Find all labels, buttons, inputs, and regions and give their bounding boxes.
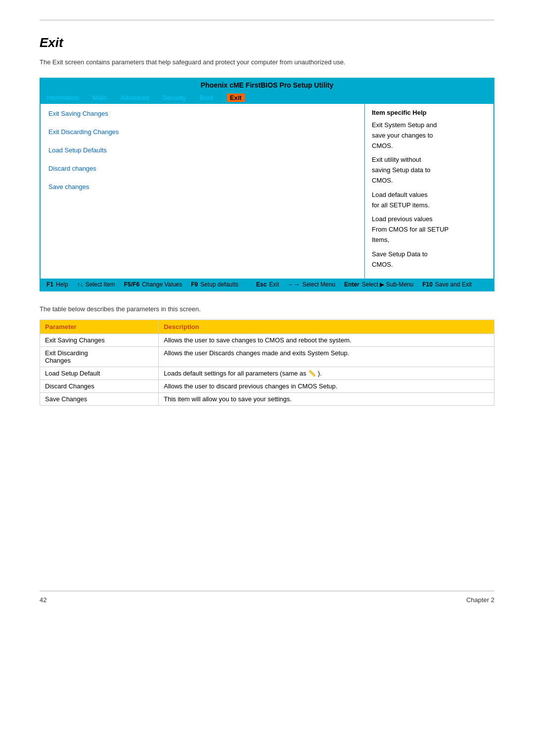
bios-utility-box: Phoenix cME FirstBIOS Pro Setup Utility …: [40, 78, 494, 291]
bios-footer: F1 Help ↑↓ Select Item F5/F6 Change Valu…: [41, 279, 493, 290]
key-esc: Esc: [256, 281, 267, 288]
bios-menu-list: Exit Saving Changes Exit Discarding Chan…: [41, 104, 365, 279]
desc-select-menu: Select Menu: [302, 281, 335, 288]
help-exit-saving: Exit System Setup and save your changes …: [372, 120, 487, 151]
key-f1: F1: [46, 281, 53, 288]
footer-esc: Esc Exit: [256, 281, 279, 288]
page-title: Exit: [40, 35, 494, 50]
bios-title: Phoenix cME FirstBIOS Pro Setup Utility: [41, 79, 493, 92]
menu-item-load-defaults[interactable]: Load Setup Defaults: [48, 146, 356, 154]
nav-boot[interactable]: Boot: [200, 94, 213, 101]
help-save-changes: Save Setup Data to CMOS.: [372, 249, 487, 270]
page-number: 42: [40, 596, 46, 604]
table-row: Exit Saving Changes Allows the user to s…: [40, 334, 494, 347]
key-lr-arrows: ←→: [288, 281, 300, 288]
key-f5f6: F5/F6: [124, 281, 139, 288]
param-discard-changes: Discard Changes: [40, 380, 159, 393]
param-exit-saving: Exit Saving Changes: [40, 334, 159, 347]
nav-advanced[interactable]: Advanced: [120, 94, 149, 101]
bios-nav-bar: Information Main Advanced Security Boot …: [41, 92, 493, 104]
help-load-defaults: Load default values for all SETUP items.: [372, 190, 487, 211]
parameter-table: Parameter Description Exit Saving Change…: [40, 320, 494, 406]
footer-f9: F9 Setup defaults: [191, 281, 238, 288]
desc-exit-discarding: Allows the user Discards changes made an…: [159, 347, 494, 367]
desc-exit: Exit: [269, 281, 279, 288]
table-row: Exit DiscardingChanges Allows the user D…: [40, 347, 494, 367]
param-exit-discarding: Exit DiscardingChanges: [40, 347, 159, 367]
menu-item-save-changes[interactable]: Save changes: [48, 183, 356, 190]
col-header-parameter: Parameter: [40, 320, 159, 334]
key-f9: F9: [191, 281, 198, 288]
desc-save-exit: Save and Exit: [435, 281, 472, 288]
footer-f5f6: F5/F6 Change Values: [124, 281, 182, 288]
footer-arrows: ↑↓ Select Item: [77, 281, 115, 288]
param-save-changes: Save Changes: [40, 393, 159, 406]
menu-item-exit-discarding[interactable]: Exit Discarding Changes: [48, 128, 356, 136]
menu-item-exit-saving[interactable]: Exit Saving Changes: [48, 110, 356, 117]
intro-text: The Exit screen contains parameters that…: [40, 58, 494, 66]
footer-f1: F1 Help: [46, 281, 68, 288]
desc-help: Help: [56, 281, 68, 288]
nav-main[interactable]: Main: [92, 94, 106, 101]
desc-select-item: Select Item: [86, 281, 115, 288]
help-title: Item specific Help: [372, 109, 487, 116]
nav-exit[interactable]: Exit: [227, 94, 245, 102]
key-arrows: ↑↓: [77, 281, 83, 288]
desc-setup-defaults: Setup defaults: [200, 281, 238, 288]
menu-item-discard-changes[interactable]: Discard changes: [48, 165, 356, 172]
help-discard-changes: Load previous values From CMOS for all S…: [372, 214, 487, 245]
help-exit-discarding: Exit utility without saving Setup data t…: [372, 155, 487, 186]
key-enter: Enter: [344, 281, 359, 288]
desc-save-changes: This item will allow you to save your se…: [159, 393, 494, 406]
nav-security[interactable]: Security: [163, 94, 186, 101]
chapter-label: Chapter 2: [466, 596, 494, 604]
nav-information[interactable]: Information: [46, 94, 79, 101]
table-row: Discard Changes Allows the user to disca…: [40, 380, 494, 393]
footer-lr-arrows: ←→ Select Menu: [288, 281, 335, 288]
desc-exit-saving: Allows the user to save changes to CMOS …: [159, 334, 494, 347]
bios-content-area: Exit Saving Changes Exit Discarding Chan…: [41, 104, 493, 279]
param-load-default: Load Setup Default: [40, 367, 159, 380]
footer-enter: Enter Select ▶ Sub-Menu: [344, 281, 413, 288]
desc-load-default: Loads default settings for all parameter…: [159, 367, 494, 380]
bios-help-panel: Item specific Help Exit System Setup and…: [365, 104, 493, 279]
key-f10: F10: [422, 281, 433, 288]
below-table-text: The table below describes the parameters…: [40, 305, 494, 313]
desc-select-submenu: Select ▶ Sub-Menu: [362, 281, 413, 288]
table-row: Load Setup Default Loads default setting…: [40, 367, 494, 380]
desc-change-values: Change Values: [142, 281, 182, 288]
table-row: Save Changes This item will allow you to…: [40, 393, 494, 406]
col-header-description: Description: [159, 320, 494, 334]
footer-f10: F10 Save and Exit: [422, 281, 472, 288]
desc-discard-changes: Allows the user to discard previous chan…: [159, 380, 494, 393]
